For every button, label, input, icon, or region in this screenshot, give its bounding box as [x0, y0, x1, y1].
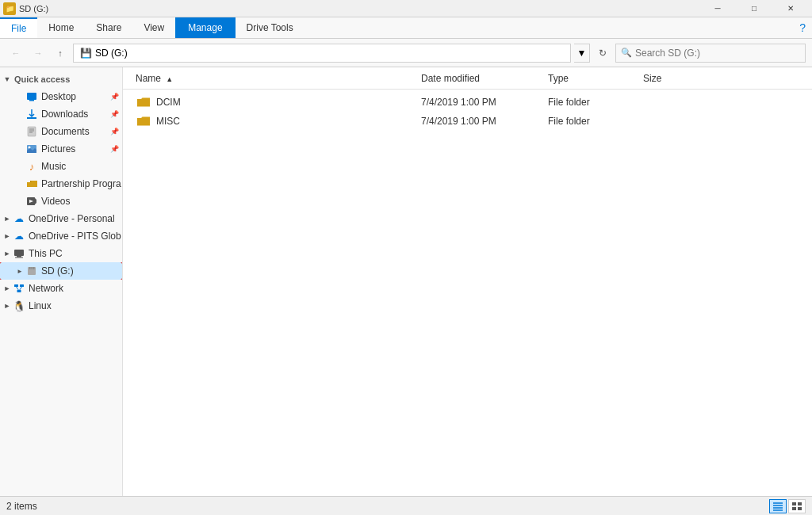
search-input[interactable] [635, 48, 800, 59]
sd-label: SD (G:) [41, 265, 74, 277]
tab-manage[interactable]: Manage [175, 17, 235, 38]
pictures-label: Pictures [41, 143, 75, 154]
sidebar-item-videos[interactable]: Videos [0, 193, 122, 210]
svg-rect-12 [14, 250, 24, 256]
onedrive-pits-label: OneDrive - PITS Glob [29, 231, 121, 242]
quick-access-chevron: ▼ [2, 75, 13, 83]
onedrive-pits-header[interactable]: ► ☁ OneDrive - PITS Glob [0, 227, 122, 245]
partnership-label: Partnership Progra [41, 178, 121, 189]
col-type-header[interactable]: Type [548, 73, 643, 89]
svg-rect-16 [29, 267, 31, 269]
onedrive-personal-header[interactable]: ► ☁ OneDrive - Personal [0, 210, 122, 227]
misc-type: File folder [548, 116, 643, 127]
videos-expand [14, 196, 25, 207]
svg-rect-29 [798, 502, 802, 505]
sidebar-item-downloads[interactable]: Downloads 📌 [0, 105, 122, 123]
close-button[interactable]: ✕ [772, 0, 809, 17]
content-area: Name ▲ Date modified Type Size DCIM 7/4/… [123, 67, 812, 496]
sd-icon [25, 265, 38, 277]
videos-icon [25, 195, 38, 208]
status-bar: 2 items [0, 496, 812, 515]
svg-rect-14 [15, 258, 23, 258]
this-pc-label: This PC [29, 248, 63, 259]
help-button[interactable]: ? [799, 21, 806, 34]
downloads-icon [25, 108, 38, 120]
svg-rect-13 [17, 256, 21, 258]
svg-rect-18 [33, 267, 35, 269]
sidebar-item-sd-card[interactable]: ► SD (G:) [0, 262, 122, 280]
network-header[interactable]: ► Network [0, 280, 122, 297]
partnership-icon [25, 177, 38, 190]
misc-name: MISC [156, 116, 421, 127]
sort-arrow: ▲ [166, 75, 173, 83]
address-path[interactable]: 💾 SD (G:) [73, 44, 571, 63]
col-name-header[interactable]: Name ▲ [136, 73, 421, 89]
tab-view[interactable]: View [132, 17, 175, 38]
up-button[interactable]: ↑ [51, 44, 70, 63]
sidebar-item-desktop[interactable]: Desktop 📌 [0, 88, 122, 105]
downloads-pin: 📌 [110, 110, 119, 118]
main-area: ▼ Quick access Desktop 📌 Downloads 📌 Do [0, 67, 812, 496]
back-button[interactable]: ← [6, 44, 25, 63]
linux-label: Linux [29, 300, 52, 311]
svg-marker-10 [34, 197, 36, 205]
col-size-header[interactable]: Size [643, 73, 707, 89]
status-item-count: 2 items [6, 501, 37, 512]
drive-icon: 💾 [80, 48, 92, 59]
svg-rect-3 [28, 127, 36, 136]
desktop-icon [25, 90, 38, 103]
svg-rect-19 [14, 284, 18, 287]
svg-rect-0 [27, 93, 36, 100]
svg-rect-31 [798, 507, 802, 510]
sd-expand: ► [14, 265, 25, 277]
ribbon-tabs: File Home Share View Manage Drive Tools … [0, 17, 812, 38]
minimize-button[interactable]: ─ [699, 0, 736, 17]
svg-rect-28 [792, 502, 796, 505]
view-details-button[interactable] [769, 499, 787, 513]
onedrive-personal-icon: ☁ [13, 212, 25, 225]
forward-button[interactable]: → [29, 44, 48, 63]
view-buttons [769, 499, 806, 513]
documents-pin: 📌 [110, 128, 119, 135]
svg-rect-2 [27, 117, 36, 119]
onedrive-pits-chevron: ► [2, 232, 13, 240]
sidebar-item-partnership[interactable]: Partnership Progra [0, 175, 122, 193]
tab-share[interactable]: Share [85, 17, 132, 38]
col-date-header[interactable]: Date modified [421, 73, 548, 89]
tab-file[interactable]: File [0, 17, 37, 38]
misc-icon [136, 115, 151, 128]
this-pc-header[interactable]: ► This PC [0, 245, 122, 262]
desktop-expand [14, 91, 25, 102]
refresh-button[interactable]: ↻ [593, 44, 612, 63]
onedrive-personal-label: OneDrive - Personal [29, 213, 115, 224]
view-tiles-button[interactable] [788, 499, 806, 513]
dcim-name: DCIM [156, 97, 421, 108]
documents-label: Documents [41, 126, 90, 137]
sidebar-item-documents[interactable]: Documents 📌 [0, 123, 122, 140]
address-text: SD (G:) [95, 48, 128, 59]
dcim-type: File folder [548, 97, 643, 108]
quick-access-header[interactable]: ▼ Quick access [0, 71, 122, 88]
file-item-dcim[interactable]: DCIM 7/4/2019 1:00 PM File folder [123, 93, 812, 112]
documents-expand [14, 126, 25, 137]
dcim-date: 7/4/2019 1:00 PM [421, 97, 548, 108]
linux-header[interactable]: ► 🐧 Linux [0, 297, 122, 315]
maximize-button[interactable]: □ [736, 0, 772, 17]
title-bar-controls: ─ □ ✕ [699, 0, 809, 17]
search-icon: 🔍 [621, 48, 632, 58]
ribbon: File Home Share View Manage Drive Tools … [0, 17, 812, 39]
desktop-pin: 📌 [110, 93, 119, 101]
quick-access-label: Quick access [14, 74, 70, 84]
downloads-expand [14, 109, 25, 120]
sidebar: ▼ Quick access Desktop 📌 Downloads 📌 Do [0, 67, 123, 496]
sidebar-item-pictures[interactable]: Pictures 📌 [0, 140, 122, 158]
svg-rect-17 [32, 267, 33, 269]
address-dropdown[interactable]: ▼ [574, 44, 590, 63]
file-item-misc[interactable]: MISC 7/4/2019 1:00 PM File folder [123, 112, 812, 131]
sidebar-item-music[interactable]: ♪ Music [0, 158, 122, 175]
videos-label: Videos [41, 196, 70, 207]
onedrive-pits-icon: ☁ [13, 230, 25, 242]
tab-drive-tools[interactable]: Drive Tools [236, 17, 304, 38]
search-box[interactable]: 🔍 [615, 44, 806, 63]
tab-home[interactable]: Home [37, 17, 85, 38]
